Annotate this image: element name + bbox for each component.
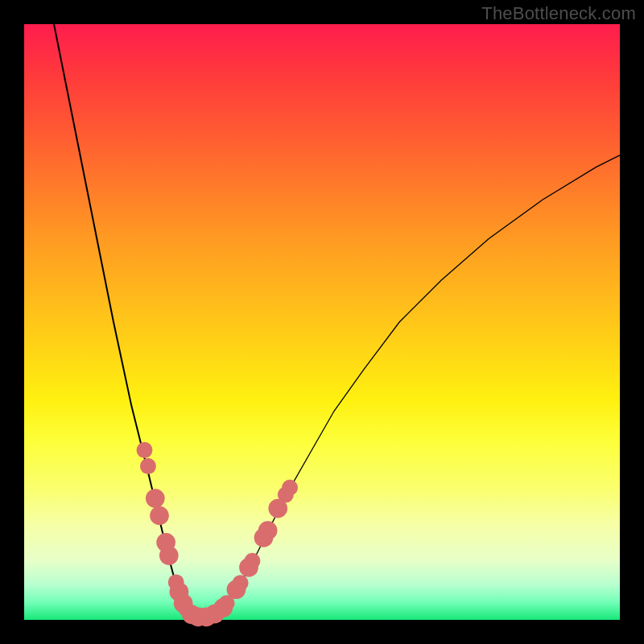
marker-group <box>136 442 298 626</box>
data-point-marker <box>150 506 169 526</box>
data-point-marker <box>136 442 152 458</box>
data-point-marker <box>258 521 278 540</box>
chart-frame: TheBottleneck.com <box>0 0 644 644</box>
data-point-marker <box>244 553 260 569</box>
curve-left-arm <box>54 24 190 617</box>
data-point-marker <box>140 458 156 474</box>
curve-right-arm <box>218 155 620 614</box>
data-point-marker <box>146 489 165 508</box>
data-point-marker <box>233 575 249 591</box>
watermark-text: TheBottleneck.com <box>481 3 636 24</box>
data-point-marker <box>282 480 298 496</box>
data-point-marker <box>159 546 179 565</box>
plot-area <box>24 24 620 620</box>
chart-svg <box>24 24 620 620</box>
